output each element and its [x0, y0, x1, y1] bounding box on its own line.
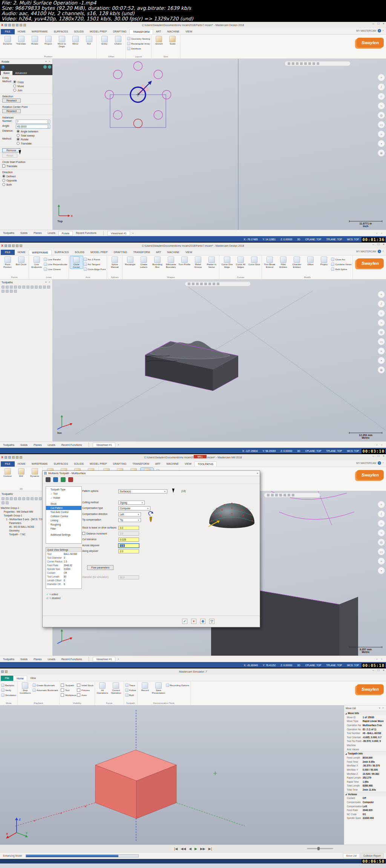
- entity-method-radio[interactable]: Copy: [13, 80, 24, 84]
- redo-icon[interactable]: [20, 456, 22, 459]
- spline-tool-icon[interactable]: ~: [378, 102, 385, 109]
- ribbon-tab[interactable]: TRANSFORM: [130, 250, 153, 255]
- toolbar-icon[interactable]: [308, 62, 311, 65]
- ribbon-row-button[interactable]: Verify: [1, 688, 16, 692]
- print-icon[interactable]: [16, 24, 18, 26]
- fit-icon[interactable]: ▭: [378, 548, 385, 555]
- grid-icon[interactable]: ▪: [378, 140, 385, 147]
- translate-checkbox[interactable]: Translate: [2, 164, 50, 168]
- ribbon-row-button[interactable]: Recording Options: [166, 683, 189, 687]
- my-mastercam[interactable]: MY MASTERCAM?^: [356, 461, 384, 465]
- toolbar-icon[interactable]: [2, 497, 5, 500]
- toolbar-icon[interactable]: [22, 497, 25, 500]
- ribbon-row-button[interactable]: Arc 3 Points: [84, 257, 106, 261]
- flow-parameters-button[interactable]: Flow parameters: [87, 565, 113, 570]
- dialog-help-icon[interactable]: ▽: [209, 619, 214, 624]
- ribbon-button[interactable]: Fillet Entities: [277, 256, 290, 269]
- simulator-viewport[interactable]: Z X Y: [0, 705, 344, 845]
- viewsheet-tab[interactable]: Viewsheet #1: [107, 231, 130, 236]
- ribbon-button[interactable]: Turn Profile: [178, 256, 191, 269]
- ribbon-row-button[interactable]: Create Bookmark: [32, 683, 58, 687]
- ribbon-tab[interactable]: SOLIDS: [71, 29, 87, 34]
- fast-forward-icon[interactable]: ▶▶: [200, 847, 205, 851]
- help-icon[interactable]: ?: [378, 29, 381, 32]
- distance-increment-checkbox[interactable]: Distance increment: [82, 532, 107, 535]
- disable-icon[interactable]: ◎: [378, 539, 385, 546]
- ribbon-tab[interactable]: ART: [153, 29, 164, 34]
- spline-tool-icon[interactable]: ~: [378, 529, 385, 536]
- speed-slider-knob[interactable]: [317, 847, 320, 850]
- go-to-end-icon[interactable]: ▶|: [208, 847, 212, 851]
- ribbon-tab[interactable]: SURFACES: [51, 461, 71, 467]
- toolbar-icon[interactable]: [200, 283, 203, 285]
- toolbar-icon[interactable]: [188, 283, 190, 285]
- status-item[interactable]: 3D: [297, 664, 300, 667]
- ribbon-button[interactable]: Silhouette Boundary: [164, 256, 177, 269]
- analyze-icon[interactable]: /: [378, 300, 385, 307]
- ribbon-tab[interactable]: DRAFTING: [111, 250, 130, 255]
- right-tool-column[interactable]: + / ○ ~ ◎ ▭ » ▪ ⊕: [378, 74, 385, 157]
- status-item[interactable]: WCS: TOP: [347, 664, 359, 667]
- toolbar-icon[interactable]: [31, 286, 34, 289]
- toolbar-icon[interactable]: [275, 494, 278, 496]
- toolbar-icon[interactable]: [2, 290, 5, 293]
- new-file-icon[interactable]: [5, 24, 7, 26]
- toolbar-icon[interactable]: [10, 497, 13, 500]
- toolbar-icon[interactable]: [35, 286, 38, 289]
- viewsheet-nav-arrows[interactable]: ‹ ›: [376, 232, 384, 235]
- status-item[interactable]: Y: 14.12851: [263, 238, 276, 241]
- panel-tab[interactable]: Basic: [1, 71, 12, 75]
- ribbon-row-button[interactable]: Initial Stock: [77, 683, 93, 687]
- ribbon-button[interactable]: Rotate: [28, 35, 41, 48]
- ribbon-button[interactable]: Bounding Box: [151, 256, 164, 269]
- settings-icon[interactable]: [5, 670, 8, 673]
- ribbon-row-button[interactable]: Simulation: [1, 693, 16, 697]
- repaint-icon[interactable]: »: [378, 558, 385, 565]
- fit-icon[interactable]: ▭: [378, 338, 385, 345]
- toolbar-icon[interactable]: [300, 62, 303, 65]
- ribbon-button[interactable]: Record: [139, 682, 152, 694]
- toolbar-icon[interactable]: [2, 286, 5, 289]
- ribbon-tab[interactable]: MACHINE: [164, 29, 182, 34]
- apply-icon[interactable]: [43, 65, 47, 69]
- compensation-type-select[interactable]: Computer▼: [118, 506, 150, 510]
- open-icon[interactable]: [12, 24, 15, 26]
- step-back-icon[interactable]: ◀: [189, 847, 191, 851]
- ribbon-tab[interactable]: File: [1, 676, 13, 681]
- ribbon-row-button[interactable]: Automatic Bookmark: [32, 688, 58, 692]
- remove-button[interactable]: Remove: [2, 148, 20, 152]
- ribbon-row-button[interactable]: Refit Spline: [331, 267, 351, 271]
- tool-display-icon[interactable]: [46, 477, 51, 482]
- analyze-icon[interactable]: /: [378, 510, 385, 518]
- undo-icon[interactable]: [16, 244, 18, 247]
- collapse-ribbon-icon[interactable]: ^: [383, 29, 384, 32]
- dialog-regen-icon[interactable]: ⊕: [200, 619, 205, 624]
- method-radio[interactable]: Rotate: [17, 137, 32, 141]
- undo-icon[interactable]: [20, 24, 22, 26]
- ribbon-row-button[interactable]: Circle Edge Point: [84, 267, 106, 271]
- toolbar-icon[interactable]: [6, 286, 9, 289]
- ribbon-tab[interactable]: DRAFTING: [110, 29, 130, 34]
- ribbon-tab[interactable]: FILE: [1, 461, 15, 467]
- toolbar-icon[interactable]: [14, 290, 17, 293]
- ribbon-tab[interactable]: SOLIDS: [72, 250, 87, 255]
- bottom-tab[interactable]: Planes: [31, 443, 44, 447]
- viewsheet-tab[interactable]: Viewsheet #1: [93, 442, 115, 447]
- toolbar-icon[interactable]: [192, 283, 195, 285]
- dialog-tree-item[interactable]: Filter: [46, 527, 81, 531]
- dialog-tree-item[interactable]: ✓Tool: [46, 492, 81, 496]
- ribbon-tab[interactable]: FILE: [1, 29, 15, 34]
- toolbar-icon[interactable]: [204, 283, 207, 285]
- undo-icon[interactable]: [16, 456, 18, 459]
- ribbon-button[interactable]: Curve One Edge: [221, 256, 233, 269]
- ribbon-button[interactable]: Contour: [1, 468, 14, 480]
- across-stepover-input[interactable]: 0.5: [118, 544, 139, 548]
- ribbon-button[interactable]: Offset: [304, 256, 317, 269]
- status-item[interactable]: X: -61.80949: [244, 664, 258, 667]
- toolbar-icon[interactable]: [267, 494, 270, 496]
- status-item[interactable]: WCS: TOP: [347, 450, 359, 452]
- ribbon-button[interactable]: Curve Slice: [248, 256, 260, 269]
- toolbar-icon[interactable]: [279, 494, 282, 496]
- ribbon-button[interactable]: Stop Conditions: [19, 682, 32, 694]
- toolbar-icon[interactable]: [208, 283, 211, 285]
